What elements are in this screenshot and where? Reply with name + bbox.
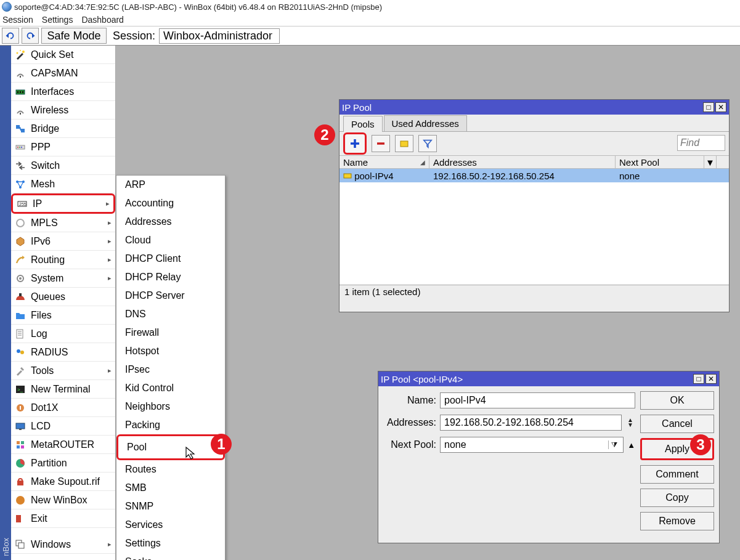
ip-cloud[interactable]: Cloud xyxy=(116,231,225,250)
ip-addresses[interactable]: Addresses xyxy=(116,213,225,231)
nav-mesh[interactable]: Mesh xyxy=(11,175,115,193)
nav-ipv6[interactable]: IPv6▸ xyxy=(11,232,115,251)
nav-mpls[interactable]: MPLS▸ xyxy=(11,214,115,232)
nav-ip[interactable]: 255IP▸ xyxy=(11,193,115,214)
ip-settings[interactable]: Settings xyxy=(116,534,225,553)
comment-button[interactable] xyxy=(395,135,413,152)
nav-files[interactable]: Files xyxy=(11,306,115,325)
nav-switch[interactable]: Switch xyxy=(11,156,115,175)
nav-newwinbox[interactable]: New WinBox xyxy=(11,491,115,509)
label-addresses: Addresses: xyxy=(383,417,436,428)
cancel-button[interactable]: Cancel xyxy=(640,415,714,433)
nav-newterminal[interactable]: >_New Terminal xyxy=(11,380,115,399)
nav-system[interactable]: System▸ xyxy=(11,269,115,288)
ip-pool[interactable]: Pool xyxy=(116,434,225,460)
minimize-button[interactable]: □ xyxy=(693,374,704,384)
menu-session[interactable]: Session xyxy=(2,15,33,25)
remove-button[interactable]: Remove xyxy=(640,512,714,530)
svg-rect-24 xyxy=(17,330,23,338)
addresses-stepper[interactable]: ▲▼ xyxy=(625,418,635,428)
ip-neighbors[interactable]: Neighbors xyxy=(116,397,225,416)
nav-tools[interactable]: Tools▸ xyxy=(11,362,115,380)
ip-firewall[interactable]: Firewall xyxy=(116,323,225,342)
detail-title-bar[interactable]: IP Pool <pool-IPv4> □ ✕ xyxy=(378,371,719,386)
ip-pool-title-bar[interactable]: IP Pool □ ✕ xyxy=(340,100,729,115)
nav-ppp[interactable]: PPP xyxy=(11,138,115,156)
filter-button[interactable] xyxy=(418,135,437,152)
ip-dhcp-relay[interactable]: DHCP Relay xyxy=(116,268,225,286)
nav-capsman[interactable]: CAPsMAN xyxy=(11,64,115,83)
ip-routes[interactable]: Routes xyxy=(116,460,225,479)
nav-partition[interactable]: Partition xyxy=(11,454,115,473)
ip-arp[interactable]: ARP xyxy=(116,176,225,194)
nav-lcd[interactable]: LCD xyxy=(11,417,115,436)
nav-queues[interactable]: Queues xyxy=(11,288,115,306)
svg-rect-34 xyxy=(16,423,25,429)
minimize-button[interactable]: □ xyxy=(703,102,714,112)
col-addresses[interactable]: Addresses xyxy=(429,156,616,168)
col-next-pool[interactable]: Next Pool xyxy=(616,156,704,168)
ip-kid-control[interactable]: Kid Control xyxy=(116,379,225,397)
nav-supout[interactable]: Make Supout.rif xyxy=(11,473,115,491)
close-button[interactable]: ✕ xyxy=(705,374,717,384)
chevron-right-icon: ▸ xyxy=(108,367,112,375)
session-value[interactable]: Winbox-Administrador xyxy=(159,28,280,44)
close-button[interactable]: ✕ xyxy=(715,102,726,112)
svg-rect-38 xyxy=(17,445,20,448)
col-name[interactable]: Name◢ xyxy=(340,156,429,168)
ip-services[interactable]: Services xyxy=(116,516,225,534)
svg-rect-39 xyxy=(21,445,24,448)
svg-rect-5 xyxy=(17,91,18,93)
svg-rect-3 xyxy=(20,76,21,78)
svg-point-42 xyxy=(16,496,25,505)
nav-windows[interactable]: Windows▸ xyxy=(11,535,115,554)
nav-wireless[interactable]: Wireless xyxy=(11,101,115,120)
menu-dashboard[interactable]: Dashboard xyxy=(81,15,124,25)
svg-point-28 xyxy=(17,349,20,353)
svg-point-14 xyxy=(21,147,22,148)
nav-dot1x[interactable]: Dot1X xyxy=(11,399,115,417)
left-nav: Quick Set CAPsMAN Interfaces Wireless Br… xyxy=(11,46,116,560)
ip-packing[interactable]: Packing xyxy=(116,416,225,434)
menu-settings[interactable]: Settings xyxy=(42,15,73,25)
copy-button[interactable]: Copy xyxy=(640,489,714,507)
tab-pools[interactable]: Pools xyxy=(343,116,383,132)
tab-used-addresses[interactable]: Used Addresses xyxy=(384,115,467,131)
nav-quickset[interactable]: Quick Set xyxy=(11,46,115,64)
name-field[interactable] xyxy=(440,392,635,408)
pool-row-icon xyxy=(343,172,352,179)
col-menu[interactable]: ▼ xyxy=(704,156,717,168)
next-pool-select[interactable]: none⧩ xyxy=(440,437,624,453)
remove-button[interactable] xyxy=(372,135,390,152)
ip-accounting[interactable]: Accounting xyxy=(116,194,225,213)
add-button[interactable] xyxy=(343,132,367,155)
nav-exit[interactable]: Exit xyxy=(11,509,115,528)
addresses-field[interactable] xyxy=(440,415,622,431)
svg-rect-43 xyxy=(16,515,21,522)
nav-bridge[interactable]: Bridge xyxy=(11,120,115,138)
find-input[interactable] xyxy=(677,135,725,151)
nav-radius[interactable]: RADIUS xyxy=(11,343,115,362)
ip-pool-window: IP Pool □ ✕ Pools Used Addresses Name◢ A… xyxy=(339,99,730,312)
nav-log[interactable]: Log xyxy=(11,325,115,343)
ip-dhcp-client[interactable]: DHCP Client xyxy=(116,250,225,268)
ip-ipsec[interactable]: IPsec xyxy=(116,360,225,379)
ip-dhcp-server[interactable]: DHCP Server xyxy=(116,286,225,305)
svg-rect-7 xyxy=(22,91,23,93)
collapse-icon[interactable]: ▲ xyxy=(627,440,635,450)
ip-snmp[interactable]: SNMP xyxy=(116,497,225,516)
ip-smb[interactable]: SMB xyxy=(116,479,225,497)
ip-socks[interactable]: Socks xyxy=(116,553,225,560)
pool-list-body: pool-IPv4 192.168.50.2-192.168.50.254 no… xyxy=(340,169,729,285)
comment-button[interactable]: Comment xyxy=(640,465,714,484)
safe-mode-button[interactable]: Safe Mode xyxy=(41,28,107,44)
ip-hotspot[interactable]: Hotspot xyxy=(116,342,225,360)
ok-button[interactable]: OK xyxy=(640,391,714,410)
nav-routing[interactable]: Routing▸ xyxy=(11,251,115,269)
table-row[interactable]: pool-IPv4 192.168.50.2-192.168.50.254 no… xyxy=(340,169,729,182)
nav-interfaces[interactable]: Interfaces xyxy=(11,83,115,101)
redo-button[interactable] xyxy=(22,28,39,44)
nav-metarouter[interactable]: MetaROUTER xyxy=(11,436,115,454)
ip-dns[interactable]: DNS xyxy=(116,305,225,323)
undo-button[interactable] xyxy=(2,28,19,44)
